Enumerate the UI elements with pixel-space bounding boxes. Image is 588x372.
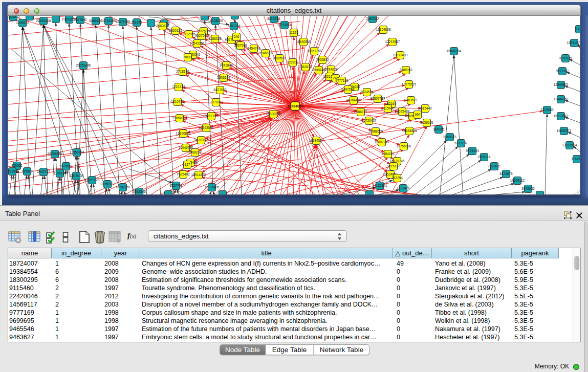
svg-text:9515440: 9515440 — [419, 106, 432, 110]
svg-text:9463627: 9463627 — [404, 98, 418, 102]
svg-text:1010755: 1010755 — [171, 100, 184, 103]
svg-text:10654112: 10654112 — [510, 179, 525, 182]
svg-text:10958107: 10958107 — [100, 182, 115, 186]
svg-text:8813054: 8813054 — [267, 17, 280, 20]
svg-text:10807487: 10807487 — [371, 97, 385, 100]
svg-text:20364436: 20364436 — [346, 98, 361, 102]
svg-text:7357224: 7357224 — [227, 24, 241, 28]
svg-text:1615132: 1615132 — [387, 164, 400, 168]
svg-text:6466160: 6466160 — [89, 19, 102, 23]
svg-text:1405572: 1405572 — [8, 16, 20, 18]
svg-text:9474444: 9474444 — [466, 149, 479, 152]
svg-text:9115460: 9115460 — [382, 106, 395, 110]
svg-text:18300295: 18300295 — [266, 112, 281, 116]
svg-text:12975115: 12975115 — [402, 82, 417, 86]
svg-text:9358923: 9358923 — [443, 135, 456, 139]
svg-text:10046786: 10046786 — [179, 146, 193, 149]
svg-text:2935114: 2935114 — [478, 155, 491, 159]
svg-text:9684067: 9684067 — [381, 152, 395, 156]
svg-text:17016504: 17016504 — [562, 143, 577, 147]
svg-text:2087682: 2087682 — [366, 17, 379, 20]
svg-text:7485063: 7485063 — [399, 68, 412, 72]
svg-text:1112: 1112 — [576, 27, 580, 31]
svg-text:1405572: 1405572 — [16, 21, 29, 25]
svg-text:835061: 835061 — [11, 164, 23, 167]
svg-text:9857791: 9857791 — [169, 184, 183, 187]
svg-text:217004: 217004 — [210, 100, 222, 104]
svg-text:17359924: 17359924 — [70, 150, 84, 154]
svg-text:9527506: 9527506 — [195, 34, 208, 37]
svg-text:10543382: 10543382 — [190, 41, 205, 45]
svg-text:12213967: 12213967 — [385, 40, 400, 43]
svg-text:164095: 164095 — [433, 127, 444, 131]
svg-text:546: 546 — [234, 35, 239, 38]
svg-text:18807249: 18807249 — [375, 140, 389, 144]
svg-text:16033809: 16033809 — [208, 19, 223, 23]
svg-text:6497568: 6497568 — [341, 87, 355, 91]
svg-text:19218506: 19218506 — [277, 23, 292, 27]
svg-text:2588520: 2588520 — [273, 56, 286, 60]
svg-text:116753: 116753 — [571, 157, 580, 161]
svg-text:9242848: 9242848 — [220, 63, 233, 67]
svg-text:11325: 11325 — [289, 31, 298, 34]
svg-text:8427552: 8427552 — [213, 88, 227, 92]
svg-text:8990448: 8990448 — [312, 68, 325, 72]
svg-text:127: 127 — [185, 163, 190, 166]
svg-text:8912955: 8912955 — [182, 32, 195, 36]
svg-text:19654985: 19654985 — [172, 116, 187, 120]
svg-text:8678332: 8678332 — [194, 138, 208, 142]
svg-text:3624554: 3624554 — [360, 90, 374, 94]
svg-text:7632621: 7632621 — [488, 164, 501, 168]
svg-text:9146821: 9146821 — [259, 51, 272, 55]
svg-text:10973493: 10973493 — [393, 53, 408, 57]
svg-text:12444150: 12444150 — [554, 97, 569, 101]
svg-text:12093822: 12093822 — [554, 83, 569, 86]
svg-text:6794028: 6794028 — [324, 68, 338, 71]
svg-text:3267150: 3267150 — [205, 114, 218, 118]
svg-text:8471676: 8471676 — [499, 172, 513, 176]
svg-text:9329965: 9329965 — [559, 56, 572, 60]
svg-text:9890: 9890 — [184, 55, 192, 59]
svg-text:1145194: 1145194 — [54, 171, 67, 175]
svg-text:17957223: 17957223 — [85, 178, 100, 182]
svg-text:8660123: 8660123 — [169, 29, 182, 32]
svg-text:3215953: 3215953 — [540, 108, 554, 112]
svg-text:9639695: 9639695 — [420, 121, 433, 124]
svg-text:20691406: 20691406 — [36, 19, 51, 23]
svg-text:822203: 822203 — [287, 60, 298, 64]
svg-text:18724007: 18724007 — [287, 104, 303, 108]
svg-text:20206536: 20206536 — [48, 152, 62, 156]
svg-text:1292346: 1292346 — [133, 190, 146, 193]
svg-text:10671385: 10671385 — [116, 20, 130, 24]
svg-text:15716485: 15716485 — [205, 185, 220, 189]
svg-text:8454749: 8454749 — [247, 47, 260, 50]
svg-text:10719185: 10719185 — [101, 19, 116, 23]
svg-text:7955812: 7955812 — [316, 58, 329, 61]
svg-text:19654923: 19654923 — [402, 129, 417, 133]
svg-text:18640910: 18640910 — [296, 40, 311, 43]
svg-text:2718176: 2718176 — [176, 70, 189, 73]
svg-text:12353594: 12353594 — [199, 126, 214, 129]
svg-text:19692971: 19692971 — [557, 129, 572, 133]
svg-text:2967608: 2967608 — [234, 43, 247, 47]
svg-text:9245052: 9245052 — [521, 187, 535, 190]
svg-text:2942737: 2942737 — [37, 170, 50, 173]
svg-text:7625402: 7625402 — [177, 172, 190, 176]
svg-text:1527602: 1527602 — [74, 18, 87, 21]
svg-text:16154808: 16154808 — [376, 28, 391, 31]
svg-text:15751074: 15751074 — [567, 41, 580, 45]
svg-text:1733426: 1733426 — [397, 186, 410, 190]
svg-text:9777169: 9777169 — [335, 79, 349, 82]
svg-text:1221338: 1221338 — [172, 85, 185, 89]
svg-text:19384554: 19384554 — [309, 139, 324, 142]
svg-text:7663822: 7663822 — [156, 24, 169, 28]
svg-text:12505135: 12505135 — [69, 174, 84, 178]
svg-text:1362615: 1362615 — [299, 65, 312, 69]
svg-text:751552: 751552 — [131, 20, 142, 24]
svg-text:19756928: 19756928 — [397, 144, 411, 148]
svg-text:10688609: 10688609 — [368, 129, 383, 133]
svg-text:6379197: 6379197 — [454, 141, 468, 145]
svg-text:16210643: 16210643 — [554, 114, 569, 118]
svg-text:3498222: 3498222 — [188, 150, 202, 154]
svg-text:16782759: 16782759 — [116, 185, 130, 189]
